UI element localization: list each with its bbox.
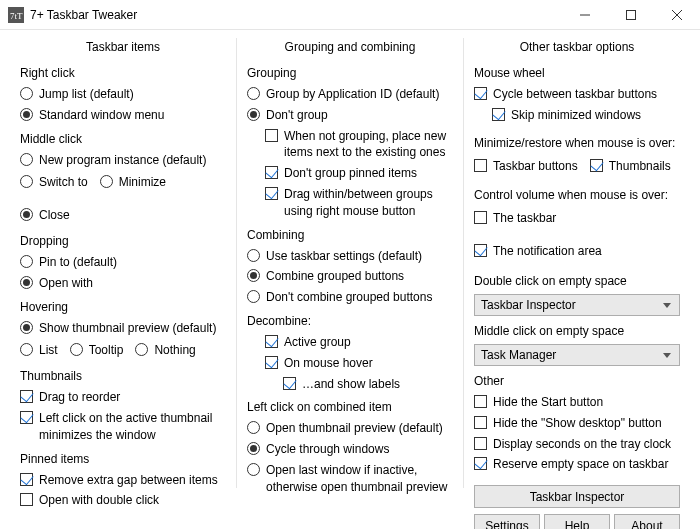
- radio-thumb-preview[interactable]: Show thumbnail preview (default): [20, 320, 226, 337]
- radio-group-appid[interactable]: Group by Application ID (default): [247, 86, 453, 103]
- check-reserve-empty[interactable]: Reserve empty space on taskbar: [474, 456, 680, 473]
- group-mouse-wheel: Mouse wheel: [474, 66, 680, 80]
- col-header: Grouping and combining: [247, 40, 453, 54]
- col-other: Other taskbar options Mouse wheel Cycle …: [463, 38, 690, 488]
- check-thumbnails[interactable]: Thumbnails: [590, 158, 671, 175]
- help-button[interactable]: Help: [544, 514, 610, 529]
- group-min-restore: Minimize/restore when mouse is over:: [474, 136, 680, 150]
- col-header: Other taskbar options: [474, 40, 680, 54]
- group-decombine: Decombine:: [247, 314, 453, 328]
- maximize-window-button[interactable]: [608, 0, 654, 29]
- check-dont-group-pinned[interactable]: Don't group pinned items: [265, 165, 453, 182]
- settings-button[interactable]: Settings: [474, 514, 540, 529]
- col-taskbar-items: Taskbar items Right click Jump list (def…: [10, 38, 236, 488]
- group-hovering: Hovering: [20, 300, 226, 314]
- col-grouping: Grouping and combining Grouping Group by…: [236, 38, 463, 488]
- svg-rect-2: [627, 10, 636, 19]
- radio-jump-list[interactable]: Jump list (default): [20, 86, 226, 103]
- check-the-taskbar[interactable]: The taskbar: [474, 210, 556, 227]
- group-dropping: Dropping: [20, 234, 226, 248]
- check-hide-start[interactable]: Hide the Start button: [474, 394, 680, 411]
- group-middle-click: Middle click: [20, 132, 226, 146]
- select-dbl-click[interactable]: Taskbar Inspector: [474, 294, 680, 316]
- check-active-group[interactable]: Active group: [265, 334, 453, 351]
- check-notification-area[interactable]: The notification area: [474, 243, 602, 260]
- check-open-dblclick[interactable]: Open with double click: [20, 492, 226, 509]
- check-taskbar-buttons[interactable]: Taskbar buttons: [474, 158, 578, 175]
- taskbar-inspector-button[interactable]: Taskbar Inspector: [474, 485, 680, 508]
- group-other: Other: [474, 374, 680, 388]
- check-cycle-buttons[interactable]: Cycle between taskbar buttons: [474, 86, 680, 103]
- radio-tooltip[interactable]: Tooltip: [70, 342, 124, 359]
- select-mid-click[interactable]: Task Manager: [474, 344, 680, 366]
- check-drag-reorder[interactable]: Drag to reorder: [20, 389, 226, 406]
- check-remove-gap[interactable]: Remove extra gap between items: [20, 472, 226, 489]
- group-pinned: Pinned items: [20, 452, 226, 466]
- radio-cycle-windows[interactable]: Cycle through windows: [247, 441, 453, 458]
- group-left-click-combined: Left click on combined item: [247, 400, 453, 414]
- radio-nothing[interactable]: Nothing: [135, 342, 195, 359]
- group-dbl-click: Double click on empty space: [474, 274, 680, 288]
- minimize-window-button[interactable]: [562, 0, 608, 29]
- radio-open-last[interactable]: Open last window if inactive, otherwise …: [247, 462, 453, 496]
- radio-open-with[interactable]: Open with: [20, 275, 226, 292]
- check-skip-minimized[interactable]: Skip minimized windows: [492, 107, 680, 124]
- about-button[interactable]: About: [614, 514, 680, 529]
- titlebar: 7tT 7+ Taskbar Tweaker: [0, 0, 700, 30]
- check-leftclick-minimize[interactable]: Left click on the active thumbnail minim…: [20, 410, 226, 444]
- radio-open-thumb-preview[interactable]: Open thumbnail preview (default): [247, 420, 453, 437]
- radio-new-instance[interactable]: New program instance (default): [20, 152, 226, 169]
- window-title: 7+ Taskbar Tweaker: [30, 8, 562, 22]
- check-hide-show-desktop[interactable]: Hide the "Show desktop" button: [474, 415, 680, 432]
- radio-use-taskbar-settings[interactable]: Use taskbar settings (default): [247, 248, 453, 265]
- radio-standard-menu[interactable]: Standard window menu: [20, 107, 226, 124]
- radio-dont-combine[interactable]: Don't combine grouped buttons: [247, 289, 453, 306]
- group-right-click: Right click: [20, 66, 226, 80]
- radio-pin-to[interactable]: Pin to (default): [20, 254, 226, 271]
- group-grouping: Grouping: [247, 66, 453, 80]
- radio-list[interactable]: List: [20, 342, 58, 359]
- radio-switch-to[interactable]: Switch to: [20, 174, 88, 191]
- close-window-button[interactable]: [654, 0, 700, 29]
- group-mid-click: Middle click on empty space: [474, 324, 680, 338]
- svg-text:7tT: 7tT: [10, 11, 23, 21]
- check-drag-between[interactable]: Drag within/between groups using right m…: [265, 186, 453, 220]
- group-control-volume: Control volume when mouse is over:: [474, 188, 680, 202]
- group-combining: Combining: [247, 228, 453, 242]
- radio-dont-group[interactable]: Don't group: [247, 107, 453, 124]
- check-tray-seconds[interactable]: Display seconds on the tray clock: [474, 436, 680, 453]
- check-show-labels[interactable]: …and show labels: [283, 376, 453, 393]
- check-place-next[interactable]: When not grouping, place new items next …: [265, 128, 453, 162]
- check-on-hover[interactable]: On mouse hover: [265, 355, 453, 372]
- app-icon: 7tT: [8, 7, 24, 23]
- group-thumbnails: Thumbnails: [20, 369, 226, 383]
- col-header: Taskbar items: [20, 40, 226, 54]
- radio-combine-grouped[interactable]: Combine grouped buttons: [247, 268, 453, 285]
- radio-minimize[interactable]: Minimize: [100, 174, 166, 191]
- radio-close[interactable]: Close: [20, 207, 70, 224]
